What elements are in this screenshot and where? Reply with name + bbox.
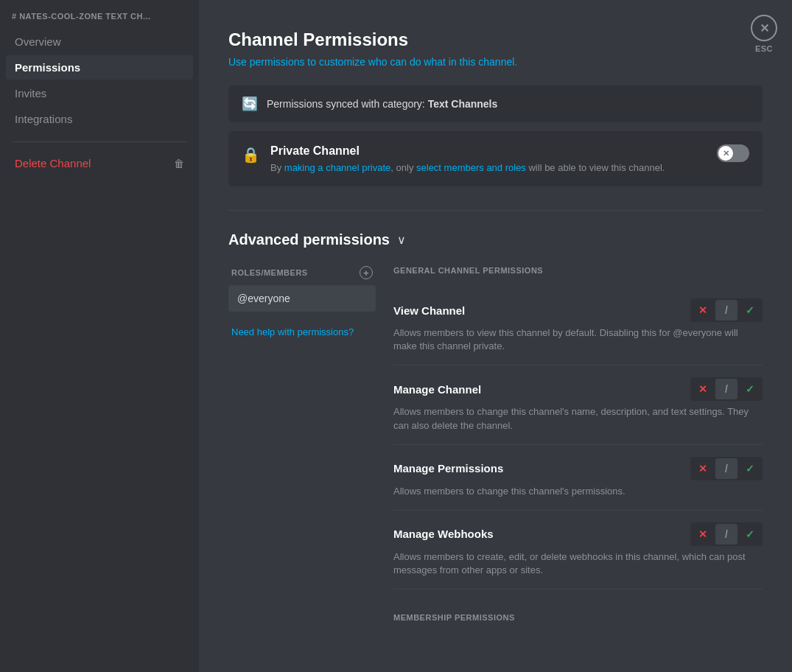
sidebar: # NATES-COOL-ZONE TEXT CH... Overview Pe… <box>0 0 199 672</box>
roles-panel: ROLES/MEMBERS + @everyone Need help with… <box>228 266 376 622</box>
perm-neutral-manage-permissions[interactable]: / <box>715 458 737 479</box>
sidebar-item-overview[interactable]: Overview <box>6 29 193 54</box>
subtitle-link: in <box>449 56 457 68</box>
perm-deny-manage-permissions[interactable]: ✕ <box>692 458 714 479</box>
advanced-permissions-title: Advanced permissions <box>228 231 390 248</box>
sidebar-item-label: Overview <box>15 35 61 48</box>
permissions-panel: GENERAL CHANNEL PERMISSIONS View Channel… <box>393 266 763 622</box>
roles-header: ROLES/MEMBERS + <box>228 266 376 279</box>
perm-buttons-manage-webhooks: ✕ / ✓ <box>690 522 763 546</box>
sidebar-item-label: Invites <box>15 87 46 99</box>
perm-buttons-manage-permissions: ✕ / ✓ <box>690 457 763 480</box>
perm-neutral-manage-webhooks[interactable]: / <box>715 524 737 545</box>
advanced-permissions-header: Advanced permissions ∨ <box>228 231 763 248</box>
add-role-button[interactable]: + <box>360 266 373 279</box>
lock-icon: 🔒 <box>242 146 260 164</box>
main-content: ✕ ESC Channel Permissions Use permission… <box>199 0 792 672</box>
perm-buttons-manage-channel: ✕ / ✓ <box>690 377 763 401</box>
help-permissions-link[interactable]: Need help with permissions? <box>228 323 376 340</box>
general-permissions-title: GENERAL CHANNEL PERMISSIONS <box>393 266 763 275</box>
perm-row-manage-channel: Manage Channel ✕ / ✓ <box>393 377 763 401</box>
sidebar-divider <box>12 141 187 142</box>
esc-circle-icon[interactable]: ✕ <box>751 15 777 41</box>
perm-row-manage-permissions: Manage Permissions ✕ / ✓ <box>393 457 763 480</box>
perm-item-manage-permissions: Manage Permissions ✕ / ✓ Allows members … <box>393 445 763 511</box>
perm-item-manage-webhooks: Manage Webhooks ✕ / ✓ Allows members to … <box>393 511 763 589</box>
perm-desc-manage-webhooks: Allows members to create, edit, or delet… <box>393 550 763 577</box>
perm-allow-manage-permissions[interactable]: ✓ <box>739 458 761 479</box>
perm-row-view-channel: View Channel ✕ / ✓ <box>393 298 763 322</box>
perm-allow-view-channel[interactable]: ✓ <box>739 300 761 321</box>
sidebar-item-permissions[interactable]: Permissions <box>6 55 193 80</box>
perm-buttons-view-channel: ✕ / ✓ <box>690 298 763 322</box>
sidebar-item-invites[interactable]: Invites <box>6 81 193 105</box>
perm-item-manage-channel: Manage Channel ✕ / ✓ Allows members to c… <box>393 365 763 444</box>
permissions-layout: ROLES/MEMBERS + @everyone Need help with… <box>228 266 763 622</box>
perm-deny-manage-channel[interactable]: ✕ <box>692 379 714 399</box>
toggle-knob: ✕ <box>718 146 733 161</box>
perm-allow-manage-channel[interactable]: ✓ <box>739 379 761 399</box>
private-card-content: Private Channel By making a channel priv… <box>270 144 707 173</box>
page-subtitle: Use permissions to customize who can do … <box>228 56 763 68</box>
perm-item-view-channel: View Channel ✕ / ✓ Allows members to vie… <box>393 287 763 365</box>
private-channel-title: Private Channel <box>270 144 707 158</box>
perm-deny-view-channel[interactable]: ✕ <box>692 300 714 321</box>
perm-row-manage-webhooks: Manage Webhooks ✕ / ✓ <box>393 522 763 546</box>
perm-name-view-channel: View Channel <box>393 304 465 317</box>
sync-text: Permissions synced with category: Text C… <box>267 98 497 110</box>
sidebar-item-label: Integrations <box>15 113 72 125</box>
perm-desc-manage-permissions: Allows members to change this channel's … <box>393 485 763 498</box>
private-channel-toggle[interactable]: ✕ <box>717 144 749 162</box>
perm-neutral-manage-channel[interactable]: / <box>715 379 737 399</box>
perm-name-manage-permissions: Manage Permissions <box>393 462 503 475</box>
perm-name-manage-channel: Manage Channel <box>393 383 481 396</box>
role-name: @everyone <box>237 293 290 304</box>
role-item-everyone[interactable]: @everyone <box>228 285 376 312</box>
chevron-down-icon[interactable]: ∨ <box>397 233 406 247</box>
channel-name: # NATES-COOL-ZONE TEXT CH... <box>6 12 193 29</box>
esc-button[interactable]: ✕ ESC <box>751 15 777 53</box>
private-channel-card: 🔒 Private Channel By making a channel pr… <box>228 131 763 186</box>
perm-allow-manage-webhooks[interactable]: ✓ <box>739 524 761 545</box>
sidebar-item-label: Permissions <box>15 61 80 74</box>
perm-name-manage-webhooks: Manage Webhooks <box>393 528 494 540</box>
private-channel-desc: By making a channel private, only select… <box>270 162 707 173</box>
subtitle-suffix: this channel. <box>457 56 518 68</box>
sync-icon: 🔄 <box>242 96 258 112</box>
perm-neutral-view-channel[interactable]: / <box>715 300 737 321</box>
membership-permissions-title: MEMBERSHIP PERMISSIONS <box>393 607 763 622</box>
perm-desc-manage-channel: Allows members to change this channel's … <box>393 405 763 432</box>
sidebar-item-label: Delete Channel <box>15 157 91 169</box>
sidebar-item-delete-channel[interactable]: Delete Channel 🗑 <box>6 151 193 175</box>
sync-banner: 🔄 Permissions synced with category: Text… <box>228 85 763 122</box>
page-title: Channel Permissions <box>228 29 763 50</box>
subtitle-text: Use permissions to customize who can do … <box>228 56 449 68</box>
perm-desc-view-channel: Allows members to view this channel by d… <box>393 326 763 353</box>
esc-label: ESC <box>755 44 773 53</box>
roles-header-label: ROLES/MEMBERS <box>231 268 308 277</box>
perm-deny-manage-webhooks[interactable]: ✕ <box>692 524 714 545</box>
trash-icon: 🗑 <box>174 158 184 169</box>
section-divider <box>228 210 763 211</box>
sidebar-item-integrations[interactable]: Integrations <box>6 107 193 131</box>
